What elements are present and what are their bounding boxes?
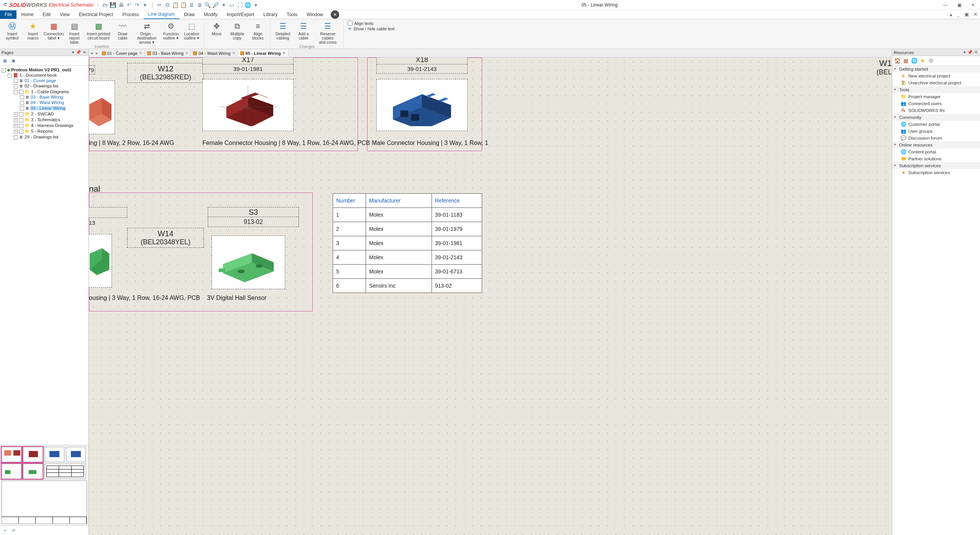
- move-button[interactable]: ✥Move: [207, 20, 227, 40]
- close-icon[interactable]: ✕: [185, 51, 188, 55]
- align-blocks-button[interactable]: ≡Align blocks: [248, 20, 268, 40]
- star-icon[interactable]: ★: [919, 57, 926, 64]
- tree-draw29[interactable]: 29 - Drawings list: [25, 135, 58, 139]
- tree-collapse-icon[interactable]: ▣: [10, 57, 17, 64]
- restore-button[interactable]: ▣: [954, 1, 965, 9]
- section-community[interactable]: Community: [892, 114, 980, 121]
- grid-icon[interactable]: ▦: [902, 57, 909, 64]
- close-icon[interactable]: ✕: [139, 51, 142, 55]
- globe-icon[interactable]: 🌐: [911, 57, 918, 64]
- qat-open-icon[interactable]: 🗁: [102, 2, 108, 8]
- multiple-copy-button[interactable]: ⧉Multiple copy: [227, 20, 247, 40]
- resources-dock-icon[interactable]: ▾: [963, 50, 967, 54]
- insert-pcb-button[interactable]: ▩Insert printed circuit board: [85, 20, 112, 44]
- resources-close-icon[interactable]: ✕: [973, 50, 978, 54]
- item-unarchive[interactable]: 🗜Unarchive electrical project: [892, 79, 980, 86]
- doctab-next-icon[interactable]: ▸: [94, 51, 100, 56]
- tab-import-export[interactable]: Import/Export: [222, 10, 259, 19]
- insert-symbol-button[interactable]: ⓂInsert symbol: [2, 20, 22, 44]
- thumb-5[interactable]: [2, 464, 21, 479]
- tree-base[interactable]: 03 - Base Wiring: [31, 95, 63, 99]
- draw-cable-button[interactable]: 〰Draw cable: [113, 20, 133, 44]
- close-button[interactable]: ✕: [968, 1, 978, 9]
- home-icon[interactable]: 🏠: [894, 57, 901, 64]
- tree-linear[interactable]: 05 - Linear Wiring: [31, 106, 66, 110]
- function-outline-button[interactable]: ⚙Function outline ▾: [161, 20, 181, 44]
- qat-dd-icon[interactable]: ▾: [253, 2, 259, 8]
- location-outline-button[interactable]: ⬚Location outline ▾: [182, 20, 202, 44]
- qat-doc-icon[interactable]: 🗎: [189, 2, 195, 8]
- pages-tree[interactable]: −◆Proteus Motion V2 PR1_out1 −📕1 - Docum…: [0, 66, 89, 445]
- close-icon[interactable]: ✕: [232, 51, 235, 55]
- connection-label-button[interactable]: ▦Connection label ▾: [44, 20, 64, 44]
- doctab-waist[interactable]: 04 - Waist Wiring✕: [191, 50, 238, 56]
- tree-expand-icon[interactable]: ▦: [2, 57, 8, 64]
- tab-line-diagram[interactable]: Line diagram: [144, 10, 179, 19]
- thumb-7[interactable]: [44, 464, 86, 479]
- tree-root[interactable]: Proteus Motion V2 PR1_out1: [11, 67, 71, 72]
- tree-waist[interactable]: 04 - Waist Wiring: [31, 100, 64, 105]
- tree-cablediag[interactable]: 1 - Cable Diagrams: [31, 89, 69, 94]
- item-new-project[interactable]: 🗎New electrical project: [892, 72, 980, 79]
- tree-schem[interactable]: 3 - Schematics: [31, 117, 60, 122]
- status-cursor-icon[interactable]: ⌖: [2, 527, 8, 534]
- tab-modify[interactable]: Modify: [199, 10, 222, 19]
- resources-pin-icon[interactable]: 📌: [967, 50, 973, 54]
- item-partner-solutions[interactable]: 🤝Partner solutions: [892, 155, 980, 162]
- panel-close-icon[interactable]: ✕: [82, 50, 87, 54]
- thumb-1[interactable]: [2, 447, 21, 462]
- tab-electrical-project[interactable]: Electrical Project: [74, 10, 118, 19]
- qat-sel-icon[interactable]: ▭: [229, 2, 235, 8]
- tab-tools[interactable]: Tools: [282, 10, 302, 19]
- thumb-6[interactable]: [23, 464, 43, 479]
- gear-icon[interactable]: ⚙: [927, 57, 934, 64]
- tab-edit[interactable]: Edit: [38, 10, 55, 19]
- tab-view[interactable]: View: [55, 10, 74, 19]
- item-customer-portal[interactable]: 🌐Customer portal: [892, 121, 980, 128]
- qat-save-icon[interactable]: 💾: [110, 2, 116, 8]
- qat-docs-icon[interactable]: 🗎: [197, 2, 203, 8]
- item-subscription-services[interactable]: ★Subscription services: [892, 169, 980, 176]
- thumb-2[interactable]: [23, 447, 43, 462]
- tab-library[interactable]: Library: [259, 10, 282, 19]
- tab-home[interactable]: Home: [16, 10, 38, 19]
- qat-pastespec-icon[interactable]: 📋: [181, 2, 187, 8]
- tab-process[interactable]: Process: [118, 10, 143, 19]
- qat-snap-icon[interactable]: ✦: [221, 2, 227, 8]
- tree-docbook[interactable]: 1 - Document book: [20, 73, 57, 77]
- section-online[interactable]: Online resources: [892, 142, 980, 148]
- qat-globe-icon[interactable]: 🌐: [245, 2, 251, 8]
- thumb-4[interactable]: [66, 447, 86, 462]
- minimize-button[interactable]: —: [940, 1, 951, 9]
- panel-pin-icon[interactable]: 📌: [75, 50, 82, 54]
- item-user-groups[interactable]: 👥User groups: [892, 128, 980, 135]
- qat-undo-icon[interactable]: ↶: [126, 2, 132, 8]
- tree-cover[interactable]: 01 - Cover page: [25, 78, 56, 83]
- item-discussion-forum[interactable]: 💬Discussion forum: [892, 135, 980, 142]
- qat-search-icon[interactable]: 🔍: [205, 2, 211, 8]
- origin-dest-button[interactable]: ⇄Origin - destination arrows ▾: [133, 20, 160, 44]
- add-cable-button[interactable]: ☰Add a cable: [294, 20, 314, 44]
- close-icon[interactable]: ✕: [282, 51, 286, 55]
- tree-reports[interactable]: 5 - Reports: [31, 129, 53, 133]
- section-tools[interactable]: Tools: [892, 86, 980, 93]
- qat-cut-icon[interactable]: ✂: [156, 2, 163, 8]
- qat-copy-icon[interactable]: ⧉: [164, 2, 171, 8]
- item-project-manager[interactable]: 📁Project manager: [892, 93, 980, 100]
- tree-harness[interactable]: 4 - Harness Drawings: [31, 123, 74, 128]
- qat-dropdown-icon[interactable]: ▾: [142, 2, 148, 8]
- thumb-3[interactable]: [44, 447, 64, 462]
- tree-drawings[interactable]: 02 - Drawings list: [25, 84, 58, 88]
- mdi-max-icon[interactable]: ▣: [962, 12, 971, 17]
- align-texts-checkbox[interactable]: Align texts: [348, 21, 395, 26]
- doctab-linear[interactable]: 05 - Linear Wiring✕: [238, 50, 288, 56]
- tree-swcad[interactable]: 2 - SWCAD: [31, 112, 54, 116]
- section-getting-started[interactable]: Getting started: [892, 66, 980, 72]
- doctab-prev-icon[interactable]: ◂: [89, 51, 94, 56]
- qat-redo-icon[interactable]: ↷: [134, 2, 140, 8]
- close-help-bubble[interactable]: ✕: [331, 10, 339, 19]
- tab-window[interactable]: Window: [302, 10, 328, 19]
- mdi-close-icon[interactable]: ✕: [971, 12, 980, 17]
- insert-macro-button[interactable]: ★Insert macro: [23, 20, 43, 44]
- item-connected-users[interactable]: 👥Connected users: [892, 100, 980, 107]
